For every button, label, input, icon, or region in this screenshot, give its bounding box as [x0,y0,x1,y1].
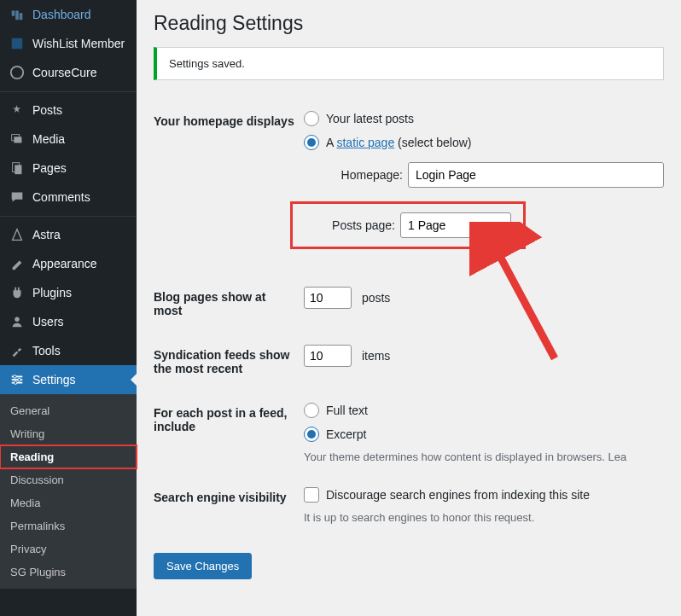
sidebar-item-plugins[interactable]: Plugins [0,278,137,307]
notice-text: Settings saved. [169,57,245,70]
sidebar-item-label: Pages [32,161,67,175]
submenu-reading[interactable]: Reading [0,445,137,468]
save-changes-button[interactable]: Save Changes [154,553,252,579]
tools-icon [9,342,26,359]
sidebar-item-label: Appearance [32,257,97,270]
posts-page-select-row: Posts page: 1 Page [290,201,526,249]
search-hint: It is up to search engines to honor this… [304,511,664,524]
sidebar-top: Dashboard WishList Member CourseCure [0,0,137,87]
radio-full-text-row: Full text [304,403,664,418]
submenu-writing[interactable]: Writing [0,422,137,445]
sidebar-item-label: Comments [32,190,90,204]
page-title: Reading Settings [154,12,664,35]
sidebar-item-appearance[interactable]: Appearance [0,249,137,278]
sidebar-item-label: Media [32,132,65,146]
search-visibility-label: Search engine visibility [154,475,304,536]
syndication-label: Syndication feeds show the most recent [154,333,304,391]
users-icon [9,313,26,330]
wishlist-icon [9,35,26,52]
sidebar-item-label: CourseCure [32,66,96,79]
plugins-icon [9,284,26,301]
svg-rect-3 [14,137,21,142]
radio-excerpt[interactable] [304,427,319,442]
svg-point-10 [14,375,17,379]
sidebar-item-pages[interactable]: Pages [0,154,137,183]
appearance-icon [9,255,26,272]
radio-latest-posts-label[interactable]: Your latest posts [326,112,414,125]
page-selects: Homepage: Login Page Posts page: 1 Page [321,162,664,249]
sidebar-item-settings[interactable]: Settings [0,365,137,394]
sidebar-item-label: Astra [32,228,61,241]
sidebar-item-coursecure[interactable]: CourseCure [0,58,137,87]
blog-pages-unit: posts [362,291,390,305]
radio-excerpt-row: Excerpt [304,427,664,442]
posts-page-select-label: Posts page: [293,218,395,232]
submenu-sg-plugins[interactable]: SG Plugins [0,561,137,584]
syndication-input[interactable] [304,345,352,367]
sidebar-site-group: Astra Appearance Plugins Users Tools Set… [0,220,137,589]
radio-static-page-row: A static page (select below) [304,135,664,150]
admin-sidebar: Dashboard WishList Member CourseCure Pos… [0,0,137,616]
comments-icon [9,189,26,206]
sidebar-item-comments[interactable]: Comments [0,183,137,212]
syndication-unit: items [362,349,390,363]
sidebar-item-label: Users [32,315,64,328]
homepage-select[interactable]: Login Page [408,162,664,188]
homepage-displays-label: Your homepage displays [154,99,304,275]
static-page-link[interactable]: static page [336,136,394,149]
posts-page-select[interactable]: 1 Page [400,212,511,238]
sidebar-item-label: Dashboard [32,8,91,21]
sidebar-item-tools[interactable]: Tools [0,336,137,365]
sidebar-item-label: Tools [32,344,61,357]
feed-content-label: For each post in a feed, include [154,391,304,475]
sidebar-item-users[interactable]: Users [0,307,137,336]
submenu-general[interactable]: General [0,399,137,422]
astra-icon [9,226,26,243]
submenu-permalinks[interactable]: Permalinks [0,514,137,538]
search-checkbox-row: Discourage search engines from indexing … [304,487,664,503]
svg-point-11 [18,378,21,381]
sidebar-item-label: Settings [32,373,76,386]
sidebar-item-media[interactable]: Media [0,125,137,154]
svg-point-12 [14,381,17,385]
main-content: Reading Settings Settings saved. Your ho… [137,0,681,616]
radio-excerpt-label[interactable]: Excerpt [326,427,366,441]
pages-icon [9,160,26,177]
settings-form: Your homepage displays Your latest posts… [154,99,664,536]
settings-submenu: General Writing Reading Discussion Media… [0,394,137,589]
coursecure-icon [9,64,26,81]
radio-full-text-label[interactable]: Full text [326,404,368,417]
sidebar-item-posts[interactable]: Posts [0,96,137,125]
discourage-search-label[interactable]: Discourage search engines from indexing … [326,488,590,502]
homepage-select-row: Homepage: Login Page [321,162,664,188]
radio-static-page[interactable] [304,135,319,150]
radio-latest-posts-row: Your latest posts [304,111,664,126]
svg-rect-0 [12,38,23,49]
sidebar-item-label: Posts [32,103,62,117]
radio-full-text[interactable] [304,403,319,418]
radio-static-page-label[interactable]: A static page (select below) [326,136,471,149]
submenu-media[interactable]: Media [0,491,137,514]
sidebar-item-label: Plugins [32,286,72,299]
radio-latest-posts[interactable] [304,111,319,126]
dashboard-icon [9,6,26,23]
sidebar-item-label: WishList Member [32,37,125,50]
blog-pages-label: Blog pages show at most [154,275,304,333]
svg-point-6 [15,317,19,322]
svg-point-1 [11,67,23,78]
blog-pages-input[interactable] [304,287,352,309]
submenu-privacy[interactable]: Privacy [0,538,137,561]
media-icon [9,131,26,148]
sidebar-item-wishlist[interactable]: WishList Member [0,29,137,58]
feed-hint: Your theme determines how content is dis… [304,450,664,463]
settings-icon [9,371,26,388]
svg-rect-5 [15,165,21,174]
sidebar-item-dashboard[interactable]: Dashboard [0,0,137,29]
submenu-discussion[interactable]: Discussion [0,468,137,491]
discourage-search-checkbox[interactable] [304,487,319,503]
settings-saved-notice: Settings saved. [154,47,664,80]
sidebar-content-group: Posts Media Pages Comments [0,96,137,212]
homepage-select-label: Homepage: [321,168,403,182]
pin-icon [9,102,26,119]
sidebar-item-astra[interactable]: Astra [0,220,137,249]
